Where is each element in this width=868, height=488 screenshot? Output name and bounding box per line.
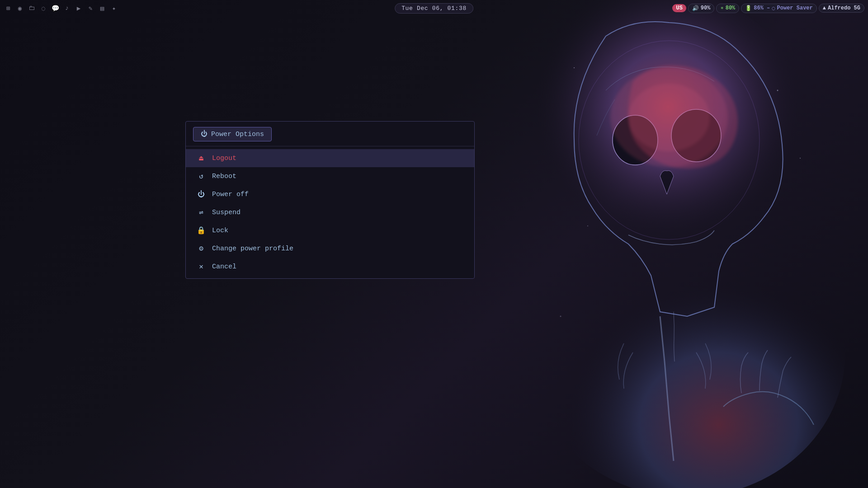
logout-icon: ⏏ <box>197 154 206 163</box>
suspend-item[interactable]: ⇌ Suspend <box>186 203 474 221</box>
power-saver-icon: ◌ <box>772 5 775 12</box>
system-tray: US 🔊 90% ☀ 80% 🔋 86% – ◌ Power Saver ▲ A… <box>672 4 864 13</box>
suspend-icon: ⇌ <box>197 208 206 217</box>
poweroff-icon: ⏻ <box>197 190 206 199</box>
power-menu: ⏏ Logout ↺ Reboot ⏻ Power off ⇌ Suspend … <box>186 146 474 278</box>
grid-icon[interactable]: ⊞ <box>4 4 13 13</box>
power-title-icon: ⏻ <box>201 130 208 138</box>
change-power-profile-item[interactable]: ⚙ Change power profile <box>186 239 474 258</box>
wifi-icon: ▲ <box>823 5 826 11</box>
notes-icon[interactable]: ▤ <box>98 4 107 13</box>
gear-icon: ⚙ <box>197 244 206 253</box>
clock: Tue Dec 06, 01:38 <box>395 3 473 14</box>
topbar-app-icons: ⊞ ◉ 🗀 ◌ 💬 ♪ ▶ ✎ ▤ ✦ <box>4 4 118 13</box>
xfce-settings-icon[interactable]: ✦ <box>109 4 118 13</box>
lock-item[interactable]: 🔒 Lock <box>186 221 474 239</box>
volume-badge[interactable]: 🔊 90% <box>688 4 715 13</box>
chat-icon[interactable]: 💬 <box>51 4 60 13</box>
svg-point-1 <box>529 208 845 488</box>
power-options-title[interactable]: ⏻ Power Options <box>193 127 272 141</box>
lock-icon: 🔒 <box>197 226 206 235</box>
power-dialog: ⏻ Power Options ⏏ Logout ↺ Reboot ⏻ Powe… <box>185 121 475 279</box>
speaker-icon: 🔊 <box>692 5 699 12</box>
battery-badge[interactable]: 🔋 86% – ◌ Power Saver <box>741 4 816 13</box>
battery-icon: 🔋 <box>745 5 752 12</box>
brightness-icon: ☀ <box>720 5 723 12</box>
edit-icon[interactable]: ✎ <box>86 4 95 13</box>
video-icon[interactable]: ▶ <box>74 4 83 13</box>
svg-point-8 <box>777 90 778 91</box>
firefox-icon[interactable]: ◌ <box>39 4 48 13</box>
reboot-icon: ↺ <box>197 172 206 181</box>
svg-point-10 <box>800 158 801 159</box>
svg-point-7 <box>574 67 575 68</box>
poweroff-item[interactable]: ⏻ Power off <box>186 185 474 203</box>
topbar: ⊞ ◉ 🗀 ◌ 💬 ♪ ▶ ✎ ▤ ✦ Tue Dec 06, 01:38 US… <box>0 0 868 16</box>
music-icon[interactable]: ♪ <box>62 4 71 13</box>
svg-point-11 <box>560 316 561 317</box>
wifi-badge[interactable]: ▲ Alfredo 5G <box>819 4 864 13</box>
brightness-badge[interactable]: ☀ 80% <box>716 4 739 13</box>
logout-item[interactable]: ⏏ Logout <box>186 149 474 167</box>
cancel-item[interactable]: ✕ Cancel <box>186 258 474 276</box>
clock-area: Tue Dec 06, 01:38 <box>395 3 473 14</box>
reboot-item[interactable]: ↺ Reboot <box>186 167 474 185</box>
cancel-icon: ✕ <box>197 262 206 271</box>
files-icon[interactable]: 🗀 <box>27 4 36 13</box>
power-dialog-header: ⏻ Power Options <box>186 122 474 146</box>
svg-point-9 <box>587 225 588 226</box>
language-badge[interactable]: US <box>672 4 686 12</box>
browser-icon[interactable]: ◉ <box>15 4 24 13</box>
